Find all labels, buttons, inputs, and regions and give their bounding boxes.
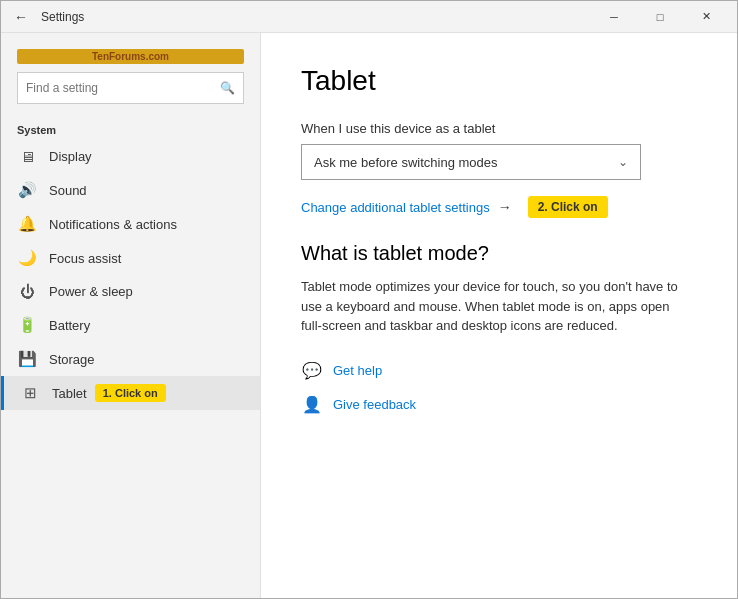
sidebar-item-focus[interactable]: 🌙 Focus assist [1,241,260,275]
change-settings-link[interactable]: Change additional tablet settings [301,200,490,215]
sidebar-item-sound[interactable]: 🔊 Sound [1,173,260,207]
titlebar: ← Settings ─ □ ✕ [1,1,737,33]
dropdown-wrapper: Ask me before switching modes ⌄ [301,144,697,180]
click-on-badge-1: 1. Click on [95,384,166,402]
device-label: When I use this device as a tablet [301,121,697,136]
close-button[interactable]: ✕ [683,1,729,33]
dropdown-arrow-icon: ⌄ [618,155,628,169]
window-controls: ─ □ ✕ [591,1,729,33]
sidebar-item-label-battery: Battery [49,318,90,333]
display-icon: 🖥 [17,148,37,165]
sidebar-item-label-power: Power & sleep [49,284,133,299]
sidebar-item-display[interactable]: 🖥 Display [1,140,260,173]
battery-icon: 🔋 [17,316,37,334]
get-help-row[interactable]: 💬 Get help [301,360,697,382]
sidebar-item-power[interactable]: ⏻ Power & sleep [1,275,260,308]
give-feedback-row[interactable]: 👤 Give feedback [301,394,697,416]
give-feedback-link[interactable]: Give feedback [333,397,416,412]
sidebar-item-label-tablet: Tablet [52,386,87,401]
storage-icon: 💾 [17,350,37,368]
sidebar-item-label-display: Display [49,149,92,164]
sidebar-item-label-focus: Focus assist [49,251,121,266]
sidebar-item-storage[interactable]: 💾 Storage [1,342,260,376]
arrow-right-icon: → [498,199,512,215]
power-icon: ⏻ [17,283,37,300]
what-is-title: What is tablet mode? [301,242,697,265]
minimize-button[interactable]: ─ [591,1,637,33]
get-help-icon: 💬 [301,360,323,382]
focus-icon: 🌙 [17,249,37,267]
watermark: TenForums.com [17,49,244,64]
sidebar-item-tablet[interactable]: ⊞ Tablet 1. Click on [1,376,260,410]
dropdown-value: Ask me before switching modes [314,155,498,170]
sidebar-header: TenForums.com 🔍 [1,33,260,112]
get-help-link[interactable]: Get help [333,363,382,378]
settings-window: ← Settings ─ □ ✕ TenForums.com 🔍 System … [0,0,738,599]
maximize-button[interactable]: □ [637,1,683,33]
back-button[interactable]: ← [9,5,33,29]
give-feedback-icon: 👤 [301,394,323,416]
sidebar: TenForums.com 🔍 System 🖥 Display 🔊 Sound… [1,33,261,598]
sidebar-item-label-sound: Sound [49,183,87,198]
main-layout: TenForums.com 🔍 System 🖥 Display 🔊 Sound… [1,33,737,598]
sidebar-item-label-notifications: Notifications & actions [49,217,177,232]
search-icon: 🔍 [220,81,235,95]
content-area: Tablet When I use this device as a table… [261,33,737,598]
page-title: Tablet [301,65,697,97]
tablet-mode-dropdown[interactable]: Ask me before switching modes ⌄ [301,144,641,180]
section-label: System [1,112,260,140]
sound-icon: 🔊 [17,181,37,199]
change-settings-row: Change additional tablet settings → 2. C… [301,196,697,218]
tablet-icon: ⊞ [20,384,40,402]
search-box[interactable]: 🔍 [17,72,244,104]
search-input[interactable] [26,81,220,95]
sidebar-item-notifications[interactable]: 🔔 Notifications & actions [1,207,260,241]
sidebar-item-label-storage: Storage [49,352,95,367]
window-title: Settings [41,10,591,24]
what-is-body: Tablet mode optimizes your device for to… [301,277,681,336]
click-on-badge-2: 2. Click on [528,196,608,218]
sidebar-item-battery[interactable]: 🔋 Battery [1,308,260,342]
notifications-icon: 🔔 [17,215,37,233]
